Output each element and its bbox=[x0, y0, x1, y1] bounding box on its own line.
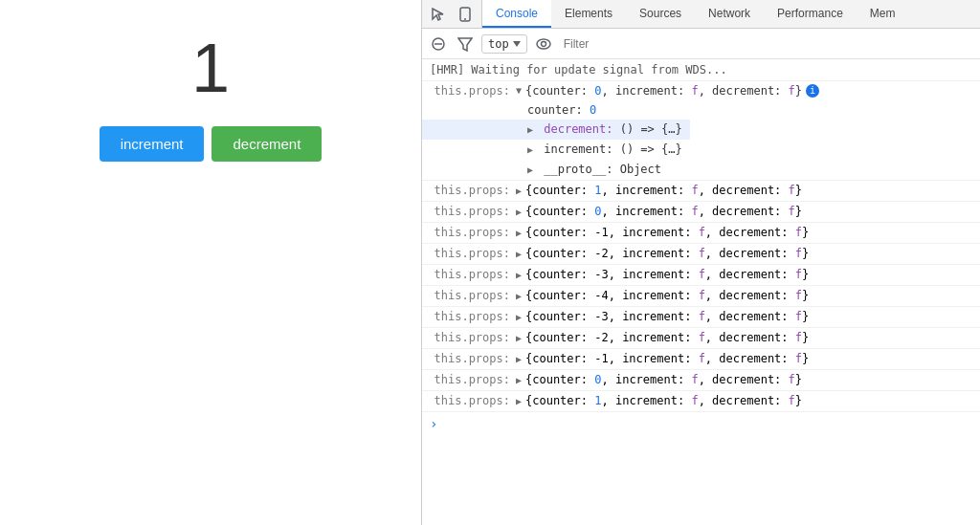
props-row-expanded: this.props: ▼ {counter: 0, increment: f,… bbox=[422, 81, 980, 181]
props-row-3: this.props: ▶{counter: -1, increment: f,… bbox=[422, 223, 980, 244]
tab-network[interactable]: Network bbox=[695, 0, 764, 28]
props-summary: {counter: 0, increment: f, decrement: f} bbox=[525, 82, 802, 99]
hmr-row: [HMR] Waiting for update signal from WDS… bbox=[422, 59, 980, 81]
svg-point-8 bbox=[541, 41, 546, 46]
expanded-increment: ▶ increment: () => {…} bbox=[422, 140, 690, 160]
expanded-counter: counter: 0 bbox=[422, 100, 604, 120]
tab-sources[interactable]: Sources bbox=[626, 0, 695, 28]
svg-point-7 bbox=[537, 39, 550, 49]
clear-console-button[interactable] bbox=[428, 33, 449, 55]
svg-marker-0 bbox=[433, 9, 443, 20]
buttons-row: increment decrement bbox=[100, 126, 323, 162]
decrement-button[interactable]: decrement bbox=[212, 126, 322, 162]
tab-performance[interactable]: Performance bbox=[764, 0, 857, 28]
expand-triangle-0[interactable]: ▼ bbox=[516, 82, 525, 99]
devtools-toolbar2: top bbox=[422, 29, 980, 59]
svg-marker-6 bbox=[513, 41, 521, 47]
cursor-icon-btn[interactable] bbox=[428, 4, 449, 25]
console-output: [HMR] Waiting for update signal from WDS… bbox=[422, 59, 980, 525]
increment-button[interactable]: increment bbox=[100, 126, 205, 162]
mobile-icon-btn[interactable] bbox=[455, 4, 476, 25]
devtools-tabs: Console Elements Sources Network Perform… bbox=[422, 0, 980, 29]
counter-display: 1 bbox=[191, 29, 230, 107]
tab-elements[interactable]: Elements bbox=[551, 0, 626, 28]
console-prompt[interactable]: › bbox=[422, 412, 980, 435]
tab-memory[interactable]: Mem bbox=[857, 0, 909, 28]
props-row-6: this.props: ▶{counter: -4, increment: f,… bbox=[422, 286, 980, 307]
expanded-proto: ▶ __proto__: Object bbox=[422, 160, 669, 180]
hmr-text: [HMR] Waiting for update signal from WDS… bbox=[430, 63, 727, 77]
tab-icon-group bbox=[422, 0, 482, 28]
props-row-1: this.props: ▶{counter: 1, increment: f, … bbox=[422, 181, 980, 202]
props-row-7: this.props: ▶{counter: -3, increment: f,… bbox=[422, 307, 980, 328]
info-icon[interactable]: i bbox=[806, 84, 819, 98]
eye-icon-btn[interactable] bbox=[533, 33, 554, 55]
devtools-panel: Console Elements Sources Network Perform… bbox=[421, 0, 980, 525]
props-row-10: this.props: ▶{counter: 0, increment: f, … bbox=[422, 370, 980, 391]
props-row-9: this.props: ▶{counter: -1, increment: f,… bbox=[422, 349, 980, 370]
props-row-11: this.props: ▶{counter: 1, increment: f, … bbox=[422, 391, 980, 412]
svg-point-2 bbox=[464, 18, 466, 20]
svg-marker-5 bbox=[458, 38, 472, 51]
props-row-2: this.props: ▶{counter: 0, increment: f, … bbox=[422, 202, 980, 223]
left-panel: 1 increment decrement bbox=[0, 0, 421, 525]
context-value: top bbox=[488, 37, 509, 51]
tab-console[interactable]: Console bbox=[482, 0, 551, 28]
expanded-decrement: ▶ decrement: () => {…} bbox=[422, 120, 690, 140]
filter-input[interactable] bbox=[560, 35, 974, 53]
props-row-8: this.props: ▶{counter: -2, increment: f,… bbox=[422, 328, 980, 349]
props-label-0: this.props: bbox=[430, 82, 516, 99]
filter-icon-btn[interactable] bbox=[455, 33, 476, 55]
props-row-4: this.props: ▶{counter: -2, increment: f,… bbox=[422, 244, 980, 265]
context-selector[interactable]: top bbox=[481, 34, 527, 54]
props-row-5: this.props: ▶{counter: -3, increment: f,… bbox=[422, 265, 980, 286]
